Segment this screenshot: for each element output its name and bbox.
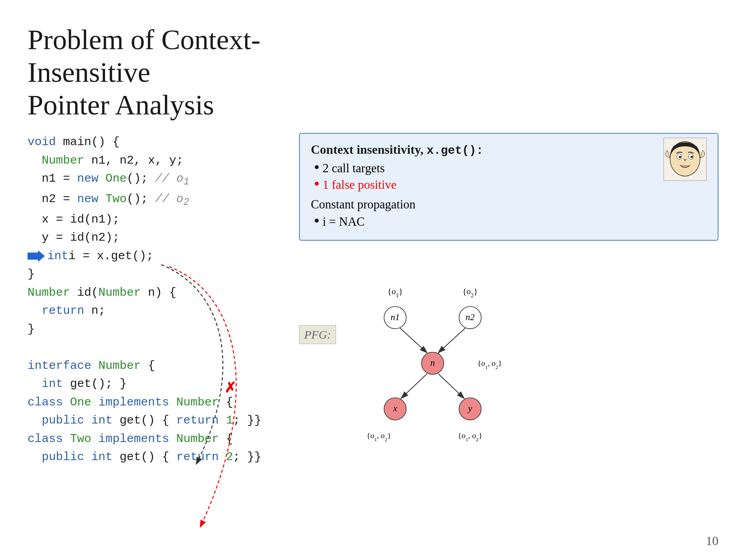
bullet-item-1: 2 call targets: [315, 161, 707, 175]
edge-n-x: [401, 374, 427, 399]
x-label: x: [393, 403, 397, 414]
o1-top-label: {o1}: [388, 287, 403, 298]
info-box-title: Context insensitivity, x.get():: [311, 142, 707, 157]
page-number: 10: [706, 534, 718, 548]
edge-n1-n: [400, 328, 427, 353]
code-line-10: return n;: [28, 302, 283, 320]
highlighted-line: int i = x.get();: [28, 247, 283, 265]
code-block: void main() { Number n1, n2, x, y; n1 = …: [28, 133, 283, 466]
pfg-label: PFG:: [299, 325, 336, 344]
code-line-12: interface Number {: [28, 357, 283, 375]
pfg-svg: {o1} {o2} n1 n2 n {o1, o2} x: [346, 264, 574, 469]
n-label: n: [430, 358, 435, 368]
code-line-15: public int get() { return 1; }}: [28, 411, 283, 430]
y-label: y: [467, 403, 473, 414]
code-line-2: Number n1, n2, x, y;: [28, 151, 283, 170]
o1o2-right-label: {o1, o2}: [477, 359, 502, 370]
code-line-4: n2 = new Two(); // o2: [28, 190, 283, 210]
code-line-9: Number id(Number n) {: [28, 284, 283, 302]
pfg-area: PFG: {o1} {o2} n1 n2: [299, 264, 718, 469]
svg-point-6: [691, 156, 693, 158]
code-line-13: int get(); }: [28, 375, 283, 393]
bullet-dot-1: [315, 165, 319, 169]
code-line-3: n1 = new One(); // o1: [28, 169, 283, 190]
code-line-17: public int get() { return 2; }}: [28, 448, 283, 466]
code-line-5: x = id(n1);: [28, 210, 283, 229]
o1o2-br-label: {o1, o2}: [458, 431, 482, 443]
svg-point-5: [679, 156, 681, 158]
edge-n2-n: [438, 328, 465, 353]
n1-label: n1: [391, 312, 400, 322]
jackie-svg: [664, 138, 706, 180]
constant-prop: Constant propagation i = NAC: [311, 197, 707, 229]
code-line-8: }: [28, 265, 283, 284]
code-line-1: void main() {: [28, 133, 283, 151]
bullet-list: 2 call targets 1 false positive: [311, 161, 707, 192]
o1o2-bl-label: {o1, o2}: [367, 431, 391, 443]
code-line-16: class Two implements Number {: [28, 430, 283, 448]
info-box: Context insensitivity, x.get(): 2 call t…: [299, 133, 718, 241]
bullet-item-2: 1 false positive: [315, 178, 707, 192]
page-title: Problem of Context-InsensitivePointer An…: [28, 24, 303, 121]
edge-n-y: [438, 374, 464, 399]
code-line-11: }: [28, 320, 283, 339]
jackie-image: [663, 138, 707, 181]
bullet-dot-3: [315, 219, 319, 223]
o2-top-label: {o2}: [462, 287, 478, 298]
code-line-6: y = id(n2);: [28, 228, 283, 247]
arrow-indicator: [28, 250, 45, 262]
constant-prop-bullet: i = NAC: [315, 215, 707, 229]
bullet-dot-2: [315, 182, 319, 186]
code-line-14: class One implements Number {: [28, 393, 283, 412]
n2-label: n2: [465, 312, 475, 322]
